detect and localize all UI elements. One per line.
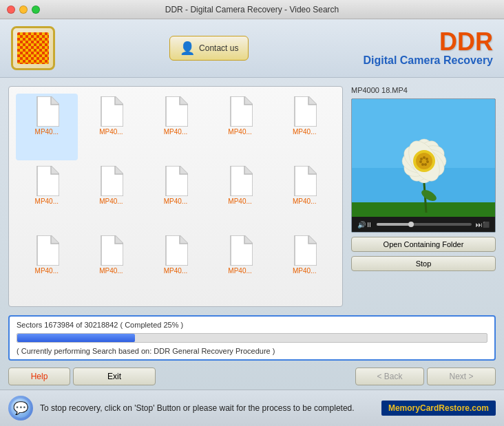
file-icon <box>163 166 188 196</box>
file-item[interactable]: MP40... <box>209 94 271 160</box>
bottom-nav: Help Exit < Back Next > <box>0 365 504 390</box>
contact-label: Contact us <box>199 43 238 53</box>
contact-button[interactable]: 👤 Contact us <box>169 36 249 61</box>
file-icon <box>292 166 317 196</box>
file-item[interactable]: MP40... <box>81 163 143 230</box>
file-item[interactable]: MP40... <box>145 94 207 160</box>
maximize-button[interactable] <box>32 6 40 14</box>
file-item[interactable]: MP40... <box>145 163 207 230</box>
svg-point-16 <box>420 158 423 160</box>
file-label: MP40... <box>293 128 316 136</box>
file-icon <box>163 96 188 127</box>
stop-button[interactable]: Stop <box>351 256 496 271</box>
file-item[interactable]: MP40... <box>209 233 271 299</box>
svg-point-20 <box>424 163 427 166</box>
exit-button[interactable]: Exit <box>73 368 156 385</box>
file-item[interactable]: MP40... <box>273 94 335 160</box>
file-label: MP40... <box>293 198 316 205</box>
traffic-lights <box>7 6 40 14</box>
file-label: MP40... <box>228 198 251 205</box>
watermark: MemoryCardRestore.com <box>381 401 496 416</box>
file-icon <box>34 235 59 266</box>
preview-panel: MP4000 18.MP4 <box>351 86 496 307</box>
brand-subtitle: Digital Camera Recovery <box>363 54 493 67</box>
main-window: 👤 Contact us DDR Digital Camera Recovery… <box>0 19 504 426</box>
file-icon <box>292 96 317 127</box>
file-label: MP40... <box>35 198 59 205</box>
file-label: MP40... <box>99 128 123 136</box>
file-label: MP40... <box>228 128 251 136</box>
brand: DDR Digital Camera Recovery <box>363 30 493 67</box>
preview-image: 🔊 ⏸ ⏭ ⬛ <box>351 98 496 233</box>
expand-icon[interactable]: ⬛ <box>483 222 490 228</box>
file-label: MP40... <box>293 267 316 275</box>
file-icon <box>98 235 123 266</box>
file-icon <box>228 166 253 196</box>
video-progress-bar[interactable] <box>377 223 472 226</box>
info-bar: 💬 To stop recovery, click on 'Stop' Butt… <box>0 390 504 426</box>
file-icon <box>34 166 59 196</box>
preview-filename: MP4000 18.MP4 <box>351 86 496 94</box>
file-icon <box>98 96 123 127</box>
file-label: MP40... <box>164 267 187 275</box>
progress-status: Sectors 1673984 of 30218842 ( Completed … <box>17 321 487 329</box>
file-item[interactable]: MP40... <box>209 163 271 230</box>
file-item[interactable]: MP40... <box>16 94 78 160</box>
file-item[interactable]: MP40... <box>273 163 335 230</box>
file-label: MP40... <box>35 267 59 275</box>
preview-svg <box>352 99 496 233</box>
svg-rect-4 <box>17 32 49 64</box>
file-label: MP40... <box>99 267 123 275</box>
contact-icon: 👤 <box>180 41 195 56</box>
progress-info: ( Currently performing Search based on: … <box>17 347 487 355</box>
progress-box: Sectors 1673984 of 30218842 ( Completed … <box>8 315 496 361</box>
chat-icon: 💬 <box>13 402 28 414</box>
file-icon <box>228 96 253 127</box>
brand-title: DDR <box>363 30 493 54</box>
file-item[interactable]: MP40... <box>273 233 335 299</box>
open-folder-button[interactable]: Open Containing Folder <box>351 237 496 252</box>
back-button[interactable]: < Back <box>355 368 424 385</box>
volume-icon[interactable]: 🔊 <box>357 221 366 228</box>
svg-point-22 <box>419 160 422 163</box>
file-label: MP40... <box>164 198 187 205</box>
app-logo <box>11 26 55 70</box>
svg-point-18 <box>426 158 428 160</box>
svg-point-17 <box>423 156 426 159</box>
file-icon <box>34 96 59 127</box>
file-item[interactable]: MP40... <box>16 163 78 230</box>
file-label: MP40... <box>35 128 59 136</box>
play-pause-button[interactable]: ⏸ <box>366 221 372 228</box>
progress-fill <box>17 334 135 342</box>
file-item[interactable]: MP40... <box>145 233 207 299</box>
file-label: MP40... <box>228 267 251 275</box>
file-icon <box>98 166 123 196</box>
minimize-button[interactable] <box>19 6 28 14</box>
fullscreen-icon[interactable]: ⏭ <box>476 221 483 228</box>
titlebar: DDR - Digital Camera Recovery - Video Se… <box>0 0 504 19</box>
svg-point-21 <box>421 163 424 166</box>
window-title: DDR - Digital Camera Recovery - Video Se… <box>165 5 339 14</box>
progress-bar <box>17 333 487 343</box>
content-area: MP40... MP40... MP40... MP40... <box>0 78 504 315</box>
file-label: MP40... <box>99 198 123 205</box>
file-item[interactable]: MP40... <box>16 233 78 299</box>
file-item[interactable]: MP40... <box>81 233 143 299</box>
file-icon <box>292 235 317 266</box>
close-button[interactable] <box>7 6 15 14</box>
video-controls: 🔊 ⏸ ⏭ ⬛ <box>352 217 495 232</box>
svg-point-15 <box>416 153 432 169</box>
file-grid: MP40... MP40... MP40... MP40... <box>8 86 343 307</box>
watermark-text: MemoryCardRestore.com <box>388 403 489 413</box>
help-button[interactable]: Help <box>8 368 70 385</box>
logo-svg <box>17 32 49 64</box>
file-item[interactable]: MP40... <box>81 94 143 160</box>
file-icon <box>228 235 253 266</box>
info-message: To stop recovery, click on 'Stop' Button… <box>40 403 375 413</box>
next-button[interactable]: Next > <box>427 368 496 385</box>
header: 👤 Contact us DDR Digital Camera Recovery <box>0 19 504 78</box>
progress-section: Sectors 1673984 of 30218842 ( Completed … <box>0 315 504 365</box>
svg-point-19 <box>426 160 429 163</box>
speech-bubble-icon: 💬 <box>11 398 30 418</box>
file-icon <box>163 235 188 266</box>
